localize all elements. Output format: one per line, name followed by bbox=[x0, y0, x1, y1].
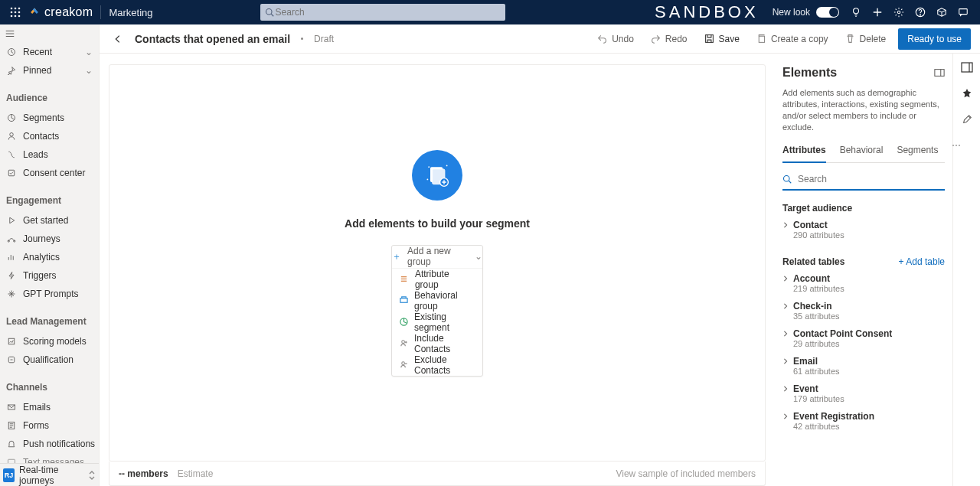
toolbar: Contacts that opened an email Draft Undo… bbox=[100, 24, 980, 54]
consent-icon bbox=[6, 168, 17, 178]
empty-state-icon bbox=[412, 150, 462, 201]
empty-state-title: Add elements to build your segment bbox=[345, 217, 530, 230]
delete-button[interactable]: Delete bbox=[841, 28, 891, 50]
separator bbox=[100, 5, 101, 19]
toggle-switch[interactable] bbox=[816, 7, 839, 18]
journeys-icon bbox=[6, 233, 17, 244]
menu-existing-segment[interactable]: Existing segment bbox=[392, 311, 482, 333]
rail-expand-icon[interactable] bbox=[959, 60, 975, 75]
nav-gpt[interactable]: GPT Prompts bbox=[0, 285, 99, 303]
nav-segments[interactable]: Segments bbox=[0, 109, 99, 127]
entry-consent[interactable]: Contact Point Consent29 attributes bbox=[782, 325, 945, 353]
nav-push[interactable]: Push notifications bbox=[0, 435, 99, 453]
chat-icon[interactable] bbox=[954, 3, 972, 21]
nav-pinned[interactable]: Pinned ⌄ bbox=[0, 61, 99, 80]
help-icon[interactable] bbox=[911, 3, 929, 21]
nav-qualification[interactable]: Qualification bbox=[0, 351, 99, 369]
entry-event[interactable]: Event179 attributes bbox=[782, 380, 945, 408]
nav-triggers[interactable]: Triggers bbox=[0, 266, 99, 285]
add-group-button[interactable]: ＋ Add a new group ⌄ bbox=[392, 246, 482, 269]
svg-rect-40 bbox=[935, 70, 944, 77]
right-rail bbox=[952, 54, 980, 486]
email-icon bbox=[6, 402, 17, 413]
brand-logo-icon bbox=[29, 7, 40, 18]
view-sample-link[interactable]: View sample of included members bbox=[616, 468, 756, 479]
svg-point-39 bbox=[402, 362, 405, 365]
svg-line-42 bbox=[789, 181, 791, 184]
menu-include-contacts[interactable]: Include Contacts bbox=[392, 333, 482, 354]
hamburger-icon[interactable] bbox=[5, 28, 15, 39]
entry-email[interactable]: Email61 attributes bbox=[782, 353, 945, 380]
tab-segments[interactable]: Segments bbox=[897, 140, 938, 162]
entry-event-registration[interactable]: Event Registration42 attributes bbox=[782, 408, 945, 435]
undo-button[interactable]: Undo bbox=[593, 28, 639, 50]
section-related-tables: Related tables + Add table bbox=[782, 256, 945, 267]
search-icon bbox=[782, 175, 792, 184]
entry-checkin[interactable]: Check-in35 attributes bbox=[782, 298, 945, 325]
gear-icon[interactable] bbox=[890, 3, 908, 21]
global-search[interactable] bbox=[260, 4, 505, 21]
panel-description: Add elements such as demographic attribu… bbox=[782, 87, 945, 132]
nav-get-started[interactable]: Get started bbox=[0, 211, 99, 230]
panel-toggle-icon[interactable] bbox=[934, 68, 945, 77]
elements-panel: Elements Add elements such as demographi… bbox=[775, 54, 952, 486]
svg-point-6 bbox=[11, 15, 13, 18]
svg-rect-36 bbox=[400, 298, 407, 303]
entry-contact[interactable]: Contact 290 attributes bbox=[782, 217, 945, 244]
add-icon[interactable] bbox=[868, 3, 887, 21]
ready-button[interactable]: Ready to use bbox=[898, 28, 971, 50]
nav-analytics[interactable]: Analytics bbox=[0, 248, 99, 266]
menu-exclude-contacts[interactable]: Exclude Contacts bbox=[392, 354, 482, 376]
contacts-icon bbox=[6, 131, 17, 142]
tab-attributes[interactable]: Attributes bbox=[782, 140, 826, 163]
svg-point-5 bbox=[18, 11, 21, 14]
section-audience: Audience bbox=[0, 89, 99, 107]
svg-point-4 bbox=[15, 11, 17, 14]
plus-icon: ＋ bbox=[392, 250, 401, 263]
nav-contacts[interactable]: Contacts bbox=[0, 127, 99, 145]
nav-text[interactable]: Text messages bbox=[0, 453, 99, 463]
nav-consent[interactable]: Consent center bbox=[0, 164, 99, 182]
rail-copilot-icon[interactable] bbox=[959, 86, 975, 101]
save-button[interactable]: Save bbox=[700, 28, 744, 50]
panel-title: Elements bbox=[782, 66, 837, 80]
add-table-link[interactable]: + Add table bbox=[899, 256, 945, 267]
apps-icon[interactable] bbox=[933, 3, 951, 21]
back-button[interactable] bbox=[109, 30, 127, 48]
svg-marker-20 bbox=[10, 217, 15, 223]
redo-button[interactable]: Redo bbox=[646, 28, 692, 50]
chevron-down-icon: ⌄ bbox=[85, 47, 93, 57]
app-launcher-icon[interactable] bbox=[6, 3, 24, 21]
lightbulb-icon[interactable] bbox=[847, 3, 865, 21]
menu-behavioral-group[interactable]: Behavioral group bbox=[392, 290, 482, 311]
nav-journeys[interactable]: Journeys bbox=[0, 230, 99, 248]
area-switcher[interactable]: RJ Real-time journeys bbox=[0, 463, 99, 486]
panel-search[interactable] bbox=[782, 169, 945, 191]
main: Contacts that opened an email Draft Undo… bbox=[100, 24, 980, 486]
nav-forms[interactable]: Forms bbox=[0, 416, 99, 435]
estimate-button[interactable]: Estimate bbox=[178, 468, 214, 479]
nav-emails[interactable]: Emails bbox=[0, 398, 99, 416]
clock-icon bbox=[6, 47, 17, 57]
canvas-footer: -- members Estimate View sample of inclu… bbox=[109, 462, 766, 486]
copy-button[interactable]: Create a copy bbox=[752, 28, 833, 50]
top-bar: creakom Marketing SANDBOX New look bbox=[0, 0, 980, 24]
analytics-icon bbox=[6, 252, 17, 263]
new-look-toggle[interactable]: New look bbox=[773, 7, 839, 18]
entry-account[interactable]: Account219 attributes bbox=[782, 270, 945, 298]
nav-leads[interactable]: Leads bbox=[0, 145, 99, 164]
svg-point-38 bbox=[402, 341, 405, 344]
nav-recent[interactable]: Recent ⌄ bbox=[0, 43, 99, 61]
tab-behavioral[interactable]: Behavioral bbox=[840, 140, 884, 162]
global-search-input[interactable] bbox=[274, 6, 501, 18]
chevron-down-icon: ⌄ bbox=[475, 251, 482, 262]
nav-label: Pinned bbox=[23, 65, 51, 76]
rail-edit-icon[interactable] bbox=[959, 112, 975, 127]
tab-overflow-icon[interactable]: ⋯ bbox=[952, 140, 964, 162]
nav-scoring[interactable]: Scoring models bbox=[0, 332, 99, 351]
panel-search-input[interactable] bbox=[796, 173, 945, 185]
svg-rect-28 bbox=[705, 35, 713, 43]
chevron-right-icon bbox=[782, 413, 789, 419]
brand-name: creakom bbox=[44, 5, 93, 19]
menu-attribute-group[interactable]: Attribute group bbox=[392, 269, 482, 290]
